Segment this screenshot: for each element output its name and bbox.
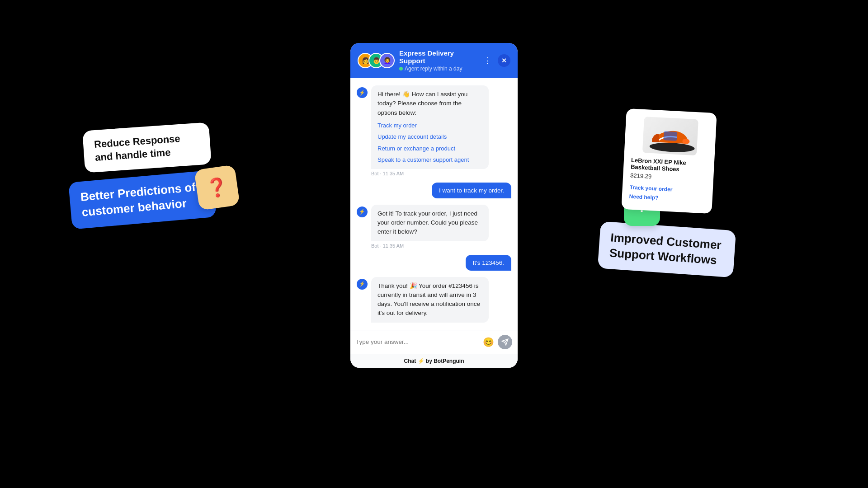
question-bubble-orange: ❓ <box>194 164 240 211</box>
status-dot-icon <box>399 67 403 70</box>
avatar-3: 👩‍🦱 <box>379 53 395 68</box>
better-predictions-card: Better Predictions of customer behavior <box>68 170 217 229</box>
product-image <box>642 117 698 155</box>
more-options-button[interactable]: ⋮ <box>481 55 494 66</box>
user-bubble-1: I want to track my order. <box>432 183 511 198</box>
bot-avatar-2: ⚡ <box>357 206 368 217</box>
option-update-account[interactable]: Update my account details <box>377 132 482 141</box>
bot-avatar-1: ⚡ <box>357 87 368 98</box>
send-button[interactable] <box>498 335 512 349</box>
question-mark-orange-icon: ❓ <box>204 175 230 200</box>
product-price: $219.29 <box>630 172 707 183</box>
user-message-1: I want to track my order. <box>357 183 511 198</box>
option-speak-agent[interactable]: Speak to a customer support agent <box>377 155 482 164</box>
botpenguin-brand: BotPenguin <box>434 358 464 364</box>
bot-message-3: ⚡ Thank you! 🎉 Your order #123456 is cur… <box>357 277 511 323</box>
close-chat-button[interactable]: ✕ <box>498 54 510 67</box>
improved-workflows-card: Improved Customer Support Workflows <box>598 221 736 277</box>
bot-message-1-time: Bot · 11:35 AM <box>371 171 489 176</box>
product-card: LeBron XXI EP Nike Basketball Shoes $219… <box>621 108 717 214</box>
chat-widget: 👩 👨 👩‍🦱 Express Delivery Support Agent r… <box>350 43 518 368</box>
bot-bubble-3: Thank you! 🎉 Your order #123456 is curre… <box>371 277 489 323</box>
option-track-order[interactable]: Track my order <box>377 121 482 130</box>
reduce-response-card: Reduce Response and handle time <box>82 122 212 173</box>
option-list: Track my order Update my account details… <box>377 121 482 164</box>
user-message-2: It's 123456. <box>357 255 511 271</box>
chat-input[interactable] <box>356 338 479 345</box>
bot-message-2: ⚡ Got it! To track your order, I just ne… <box>357 205 511 249</box>
chat-input-area: 😊 <box>350 330 518 354</box>
header-info: Express Delivery Support Agent reply wit… <box>399 49 476 72</box>
bot-message-2-time: Bot · 11:35 AM <box>371 243 489 249</box>
avatar-group: 👩 👨 👩‍🦱 <box>358 53 395 68</box>
bot-bubble-1: Hi there! 👋 How can I assist you today? … <box>371 85 489 169</box>
chat-status: Agent reply within a day <box>399 66 476 72</box>
product-name: LeBron XXI EP Nike Basketball Shoes <box>631 157 707 174</box>
header-actions: ⋮ ✕ <box>481 54 510 67</box>
bot-message-1: ⚡ Hi there! 👋 How can I assist you today… <box>357 85 511 176</box>
chat-footer: Chat ⚡ by BotPenguin <box>350 354 518 368</box>
svg-rect-1 <box>663 131 677 141</box>
send-icon <box>501 338 509 346</box>
track-order-link[interactable]: Track your order <box>629 184 706 195</box>
bot-bubble-2: Got it! To track your order, I just need… <box>371 205 489 241</box>
option-return-exchange[interactable]: Return or exchange a product <box>377 144 482 153</box>
bot-avatar-3: ⚡ <box>357 279 368 290</box>
need-help-link[interactable]: Need help? <box>629 193 705 204</box>
user-bubble-2: It's 123456. <box>466 255 511 271</box>
emoji-button[interactable]: 😊 <box>483 337 494 347</box>
chat-body: ⚡ Hi there! 👋 How can I assist you today… <box>350 78 518 330</box>
chat-title: Express Delivery Support <box>399 49 476 65</box>
chat-header: 👩 👨 👩‍🦱 Express Delivery Support Agent r… <box>350 43 518 78</box>
